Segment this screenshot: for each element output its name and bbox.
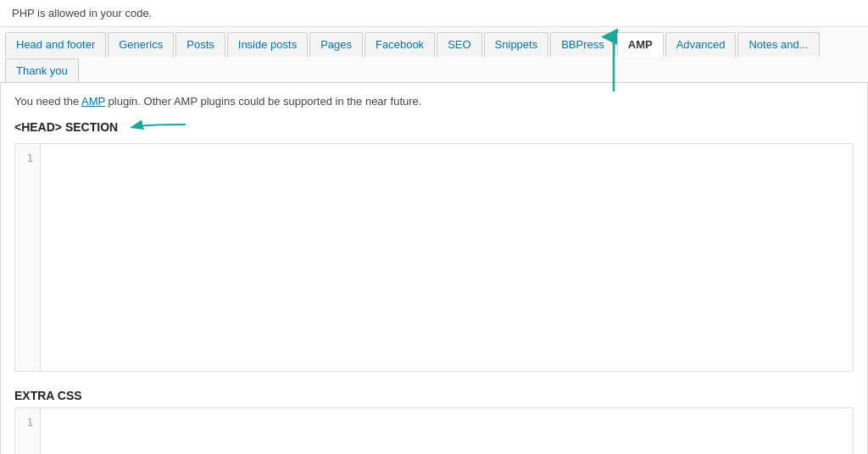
tab-seo[interactable]: SEO (437, 32, 481, 57)
line-number-1: 1 (22, 151, 33, 167)
tab-snippets[interactable]: Snippets (484, 32, 549, 57)
tabs-bar: Head and footerGenericsPostsInside posts… (0, 27, 868, 83)
tab-facebook[interactable]: Facebook (364, 32, 435, 57)
left-arrow-icon (126, 118, 194, 136)
line-numbers-css: 1 (15, 408, 41, 454)
tab-inside-posts[interactable]: Inside posts (227, 32, 308, 57)
amp-notice: You need the AMP plugin. Other AMP plugi… (14, 95, 854, 108)
line-numbers-head: 1 (15, 144, 41, 371)
css-line-number-1: 1 (22, 415, 33, 431)
head-section-editor: 1 (14, 143, 854, 372)
tab-notes-and[interactable]: Notes and... (737, 32, 819, 57)
head-section-textarea[interactable] (41, 144, 853, 371)
tab-bbpress[interactable]: BBPress (550, 32, 615, 57)
page-wrapper: PHP is allowed in your code. Head and fo… (0, 0, 868, 454)
extra-css-editor: 1 (14, 407, 854, 454)
tab-head-footer[interactable]: Head and footer (5, 32, 106, 57)
top-notice-text: PHP is allowed in your code. (12, 7, 152, 19)
tab-posts[interactable]: Posts (175, 32, 225, 57)
extra-css-textarea[interactable] (41, 408, 853, 454)
content-area: You need the AMP plugin. Other AMP plugi… (0, 83, 868, 454)
tab-generics[interactable]: Generics (108, 32, 174, 57)
head-section-text: <HEAD> SECTION (14, 120, 118, 134)
tab-thank-you[interactable]: Thank you (5, 58, 79, 82)
extra-css-label: EXTRA CSS (14, 389, 854, 402)
tab-pages[interactable]: Pages (309, 32, 363, 57)
head-section-label: <HEAD> SECTION (14, 118, 854, 136)
top-notice: PHP is allowed in your code. (0, 0, 868, 27)
tab-advanced[interactable]: Advanced (665, 32, 737, 57)
amp-plugin-link[interactable]: AMP (81, 95, 105, 108)
tab-amp[interactable]: AMP (617, 32, 664, 57)
